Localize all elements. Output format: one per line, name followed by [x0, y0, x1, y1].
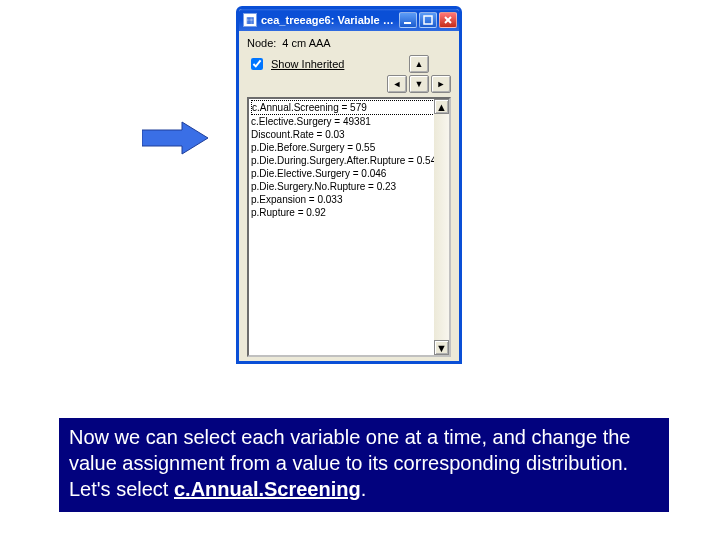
scroll-track[interactable] — [434, 114, 449, 340]
list-item[interactable]: c.Annual.Screening = 579 — [251, 100, 447, 115]
list-item[interactable]: p.Expansion = 0.033 — [251, 193, 447, 206]
list-item[interactable]: p.Die.Elective.Surgery = 0.046 — [251, 167, 447, 180]
node-value: 4 cm AAA — [282, 37, 330, 49]
window-controls — [399, 12, 457, 28]
node-label: Node: — [247, 37, 276, 49]
list-item[interactable]: Discount.Rate = 0.03 — [251, 128, 447, 141]
node-row: Node: 4 cm AAA — [247, 37, 451, 49]
arrow-left-button[interactable]: ◄ — [387, 75, 407, 93]
show-inherited-checkbox[interactable] — [251, 58, 263, 70]
list-item[interactable]: c.Elective.Surgery = 49381 — [251, 115, 447, 128]
pointer-arrow — [142, 118, 210, 160]
scroll-down-button[interactable]: ▼ — [434, 340, 449, 355]
instruction-caption: Now we can select each variable one at a… — [59, 418, 669, 512]
arrow-up-button[interactable]: ▲ — [409, 55, 429, 73]
caption-after: . — [361, 478, 367, 500]
client-area: Node: 4 cm AAA Show Inherited ▲ ◄ ▼ ► c.… — [239, 31, 459, 361]
minimize-button[interactable] — [399, 12, 417, 28]
app-icon: ▦ — [243, 13, 257, 27]
list-item[interactable]: p.Die.During.Surgery.After.Rupture = 0.5… — [251, 154, 447, 167]
list-item[interactable]: p.Die.Before.Surgery = 0.55 — [251, 141, 447, 154]
scroll-up-button[interactable]: ▲ — [434, 99, 449, 114]
svg-rect-1 — [404, 22, 411, 24]
svg-marker-0 — [142, 122, 208, 154]
close-button[interactable] — [439, 12, 457, 28]
list-item[interactable]: p.Die.Surgery.No.Rupture = 0.23 — [251, 180, 447, 193]
caption-em: c.Annual.Screening — [174, 478, 361, 500]
arrow-down-button[interactable]: ▼ — [409, 75, 429, 93]
titlebar[interactable]: ▦ cea_treeage6: Variable … — [239, 9, 459, 31]
window-title: cea_treeage6: Variable … — [261, 14, 395, 26]
maximize-button[interactable] — [419, 12, 437, 28]
arrow-right-button[interactable]: ► — [431, 75, 451, 93]
show-inherited-label[interactable]: Show Inherited — [271, 58, 344, 70]
scrollbar[interactable]: ▲ ▼ — [434, 99, 449, 355]
variable-list[interactable]: c.Annual.Screening = 579c.Elective.Surge… — [247, 97, 451, 357]
svg-rect-2 — [424, 16, 432, 24]
nav-arrows: ▲ ◄ ▼ ► — [387, 55, 451, 93]
variable-window: ▦ cea_treeage6: Variable … Node: 4 cm AA… — [236, 6, 462, 364]
list-item[interactable]: p.Rupture = 0.92 — [251, 206, 447, 219]
